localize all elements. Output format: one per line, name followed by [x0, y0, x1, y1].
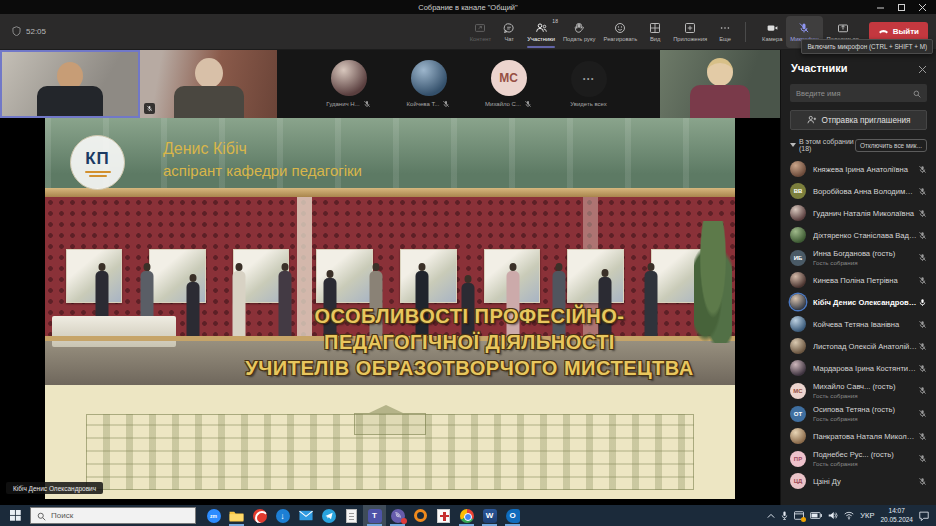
- word-app-icon[interactable]: W: [478, 505, 501, 526]
- participant-avatar: ИБ: [790, 250, 806, 266]
- send-invite-button[interactable]: Отправка приглашения: [790, 110, 927, 130]
- toolbar-divider: [745, 22, 746, 42]
- react-button[interactable]: Реагировать: [600, 16, 642, 48]
- ccleaner-app-icon[interactable]: [248, 505, 271, 526]
- notepad-app-icon[interactable]: [340, 505, 363, 526]
- raise-hand-button[interactable]: Подать руку: [559, 16, 600, 48]
- audio-participant[interactable]: МС Михайло С...: [478, 60, 540, 108]
- participant-row[interactable]: ИБ Инна Богданова (гость) Гость собрания: [781, 246, 936, 269]
- content-share-button[interactable]: Контент: [466, 16, 495, 48]
- viber-app-icon[interactable]: [386, 505, 409, 526]
- mic-muted-icon[interactable]: [917, 341, 927, 351]
- mic-muted-icon[interactable]: [917, 319, 927, 329]
- participant-avatar: [790, 227, 806, 243]
- teams-meeting-window: Собрание в канале "Общий" 52:05 Контент …: [0, 0, 936, 526]
- download-app-icon[interactable]: ↓: [271, 505, 294, 526]
- chat-button[interactable]: Чат: [495, 16, 523, 48]
- medical-app-icon[interactable]: [432, 505, 455, 526]
- participants-icon: [535, 21, 548, 34]
- audio-participant[interactable]: Койчева Т...: [398, 60, 460, 108]
- participant-row[interactable]: Кібіч Денис Олександрович: [781, 291, 936, 313]
- participant-row[interactable]: Княжева Ірина Анатоліївна: [781, 158, 936, 180]
- mic-muted-icon[interactable]: [917, 431, 927, 441]
- tray-window-icon[interactable]: [794, 511, 804, 520]
- video-tile-speaker-3[interactable]: [660, 50, 780, 118]
- participant-row[interactable]: Діхтяренко Станіслава Вадимів...: [781, 224, 936, 246]
- close-button[interactable]: [919, 4, 926, 11]
- more-ellipsis-icon: [719, 21, 731, 34]
- more-button[interactable]: Еще: [711, 16, 739, 48]
- participant-row[interactable]: Гуданич Наталія Миколаївна: [781, 202, 936, 224]
- in-meeting-section-label[interactable]: В этом собрании (18): [790, 138, 855, 152]
- tray-battery-icon[interactable]: [810, 512, 822, 519]
- participants-button[interactable]: 18 Участники: [523, 16, 559, 48]
- participant-row[interactable]: Мардарова Ірина Костянтинівна: [781, 357, 936, 379]
- video-tile-speaker-2[interactable]: [140, 50, 277, 118]
- mic-muted-icon[interactable]: [917, 476, 927, 486]
- participant-name: Поднебес Рус... (гость): [813, 450, 917, 459]
- participant-role: Гость собрания: [813, 415, 917, 422]
- mic-muted-icon[interactable]: [917, 208, 927, 218]
- chrome-app-icon[interactable]: [455, 505, 478, 526]
- mic-muted-icon[interactable]: [917, 186, 927, 196]
- telegram-app-icon[interactable]: [317, 505, 340, 526]
- tray-expand-icon[interactable]: [767, 513, 775, 519]
- participant-search[interactable]: [790, 84, 927, 102]
- video-tile-speaker-1[interactable]: [0, 50, 140, 118]
- camera-button[interactable]: Камера: [758, 16, 786, 48]
- participant-row[interactable]: ОТ Осипова Тетяна (гость) Гость собрания: [781, 402, 936, 425]
- start-button[interactable]: [0, 505, 30, 526]
- taskbar-search[interactable]: [30, 507, 196, 524]
- mic-muted-icon[interactable]: [917, 409, 927, 419]
- mic-muted-icon[interactable]: [917, 253, 927, 263]
- teams-app-icon[interactable]: T: [363, 505, 386, 526]
- participant-row[interactable]: Листопад Олексій Анатолійович: [781, 335, 936, 357]
- mute-all-button[interactable]: Отключить все мик...: [855, 139, 927, 152]
- tray-network-icon[interactable]: [844, 511, 854, 520]
- participant-row[interactable]: ЦД Цзіні Ду: [781, 470, 936, 492]
- notification-center-icon[interactable]: [919, 511, 929, 521]
- outlook-app-icon[interactable]: O: [501, 505, 524, 526]
- mic-muted-icon[interactable]: [917, 454, 927, 464]
- participant-name: Гуданич Наталія Миколаївна: [813, 209, 917, 218]
- mic-muted-icon[interactable]: [917, 164, 927, 174]
- participant-name: Михайло С...: [485, 101, 521, 107]
- participant-row[interactable]: Панкратова Наталя Миколаївна: [781, 425, 936, 447]
- participant-row[interactable]: ВВ Воробйова Анна Володимирівна: [781, 180, 936, 202]
- participant-row[interactable]: МС Михайло Савч... (гость) Гость собрани…: [781, 379, 936, 402]
- clock[interactable]: 14:07 20.05.2024: [880, 507, 913, 523]
- toolbar-center: Контент Чат 18 Участники Подать руку Реа…: [466, 16, 739, 48]
- zoom-app-icon[interactable]: zm: [202, 505, 225, 526]
- participant-row[interactable]: Кинева Поліна Петрівна: [781, 269, 936, 291]
- apps-button[interactable]: Приложения: [669, 16, 711, 48]
- mic-muted-icon[interactable]: [917, 275, 927, 285]
- mic-muted-icon[interactable]: [917, 363, 927, 373]
- search-input[interactable]: [796, 89, 913, 98]
- maximize-button[interactable]: [898, 4, 905, 11]
- tray-volume-icon[interactable]: [828, 511, 838, 520]
- mic-muted-icon[interactable]: [917, 386, 927, 396]
- taskbar-search-input[interactable]: [51, 511, 189, 520]
- tray-mic-icon[interactable]: [781, 511, 788, 520]
- mail-app-icon[interactable]: [294, 505, 317, 526]
- participant-name: Койчева Тетяна Іванівна: [813, 320, 917, 329]
- university-logo: КП: [70, 135, 125, 190]
- audio-participant[interactable]: Гуданич Н...: [318, 60, 380, 108]
- chevron-down-icon: [790, 143, 796, 147]
- presenter-name: Денис Кібіч: [163, 140, 362, 158]
- participant-avatar: [790, 316, 806, 332]
- participant-role: Гость собрания: [813, 460, 917, 467]
- view-button[interactable]: Вид: [641, 16, 669, 48]
- panel-close-icon[interactable]: [919, 59, 926, 77]
- participants-list: Княжева Ірина Анатоліївна ВВ Воробйова А…: [781, 156, 936, 505]
- language-indicator[interactable]: УКР: [860, 511, 874, 520]
- mic-active-icon[interactable]: [917, 297, 927, 307]
- content-share-icon: [474, 21, 486, 34]
- file-explorer-icon[interactable]: [225, 505, 248, 526]
- participant-row[interactable]: Койчева Тетяна Іванівна: [781, 313, 936, 335]
- minimize-button[interactable]: [877, 4, 884, 11]
- audio-participant[interactable]: ··· Увидеть всех: [558, 61, 620, 107]
- ring-app-icon[interactable]: [409, 505, 432, 526]
- mic-muted-icon[interactable]: [917, 230, 927, 240]
- participant-row[interactable]: ПР Поднебес Рус... (гость) Гость собрани…: [781, 447, 936, 470]
